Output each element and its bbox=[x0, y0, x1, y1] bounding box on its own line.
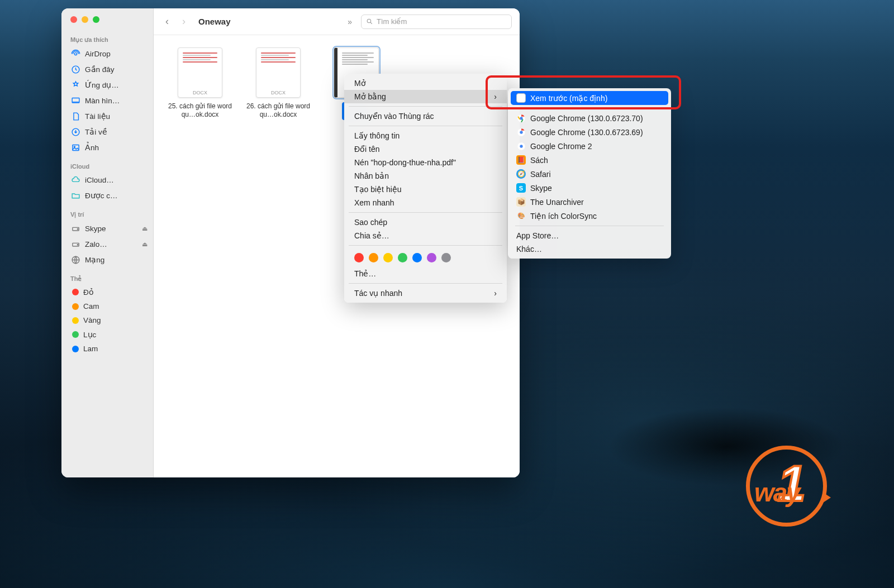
search-placeholder: Tìm kiếm bbox=[377, 17, 407, 26]
submenu-skype[interactable]: SSkype bbox=[511, 181, 668, 195]
cloud-icon bbox=[70, 175, 80, 185]
sidebar-item-shared[interactable]: Được c… bbox=[61, 188, 153, 203]
ctx-open-with[interactable]: Mở bằng› bbox=[344, 90, 507, 103]
separator bbox=[515, 226, 664, 226]
sidebar-item-network[interactable]: Mạng bbox=[61, 252, 153, 267]
sidebar-item-recents[interactable]: Gần đây bbox=[61, 61, 153, 77]
toolbar-overflow-icon[interactable]: » bbox=[348, 17, 352, 26]
ctx-make-alias[interactable]: Tạo biệt hiệu bbox=[344, 183, 507, 196]
ctx-share[interactable]: Chia sẻ… bbox=[344, 229, 507, 242]
tag-dot-icon bbox=[72, 346, 79, 352]
sidebar-item-label: AirDrop bbox=[85, 50, 111, 58]
apps-icon bbox=[70, 80, 80, 90]
ctx-compress[interactable]: Nén "hop-dong-thue-nha.pdf" bbox=[344, 156, 507, 169]
eject-icon[interactable]: ⏏ bbox=[142, 225, 148, 232]
sidebar-item-documents[interactable]: Tài liệu bbox=[61, 108, 153, 124]
sidebar-tag-blue[interactable]: Lam bbox=[61, 342, 153, 356]
submenu-app-store[interactable]: App Store… bbox=[511, 229, 668, 242]
sidebar-tag-yellow[interactable]: Vàng bbox=[61, 313, 153, 327]
open-with-submenu: 🖼Xem trước (mặc định) Google Chrome (130… bbox=[508, 88, 671, 259]
submenu-preview-default[interactable]: 🖼Xem trước (mặc định) bbox=[511, 91, 668, 105]
eject-icon[interactable]: ⏏ bbox=[142, 241, 148, 248]
sidebar-item-applications[interactable]: Ứng dụ… bbox=[61, 77, 153, 93]
file-label: 26. cách gửi file word qu…ok.docx bbox=[244, 102, 313, 119]
tag-dot-icon bbox=[72, 289, 79, 295]
minimize-button[interactable] bbox=[82, 16, 88, 23]
tag-yellow[interactable] bbox=[383, 253, 393, 262]
ctx-duplicate[interactable]: Nhân bản bbox=[344, 169, 507, 183]
locations-heading: Vị trí bbox=[61, 203, 153, 221]
sidebar-item-downloads[interactable]: Tải về bbox=[61, 124, 153, 140]
archive-icon: 📦 bbox=[516, 197, 526, 207]
chevron-right-icon: › bbox=[494, 92, 497, 101]
context-menu: Mở Mở bằng› Chuyển vào Thùng rác Lấy thô… bbox=[344, 74, 507, 303]
svg-point-15 bbox=[520, 131, 522, 133]
sidebar-item-label: Zalo… bbox=[85, 240, 107, 248]
sidebar-item-label: Đỏ bbox=[83, 288, 94, 297]
ctx-quick-look[interactable]: Xem nhanh bbox=[344, 196, 507, 209]
ctx-trash[interactable]: Chuyển vào Thùng rác bbox=[344, 109, 507, 123]
colorsync-icon: 🎨 bbox=[516, 211, 526, 221]
tag-blue[interactable] bbox=[412, 253, 422, 262]
ctx-copy[interactable]: Sao chép bbox=[344, 216, 507, 229]
sidebar-item-label: Skype bbox=[85, 224, 106, 233]
tag-dot-icon bbox=[72, 303, 79, 310]
separator bbox=[349, 245, 502, 246]
ctx-open[interactable]: Mở bbox=[344, 77, 507, 90]
tag-gray[interactable] bbox=[441, 253, 451, 262]
watermark-logo: 1 way bbox=[743, 454, 830, 518]
forward-button[interactable]: › bbox=[178, 15, 189, 28]
file-item[interactable]: 26. cách gửi file word qu…ok.docx bbox=[242, 47, 315, 119]
back-button[interactable]: ‹ bbox=[161, 15, 173, 28]
search-input[interactable]: Tìm kiếm bbox=[361, 15, 512, 29]
sidebar-item-label: Lam bbox=[83, 345, 98, 353]
separator bbox=[349, 126, 502, 126]
tag-green[interactable] bbox=[398, 253, 407, 262]
tag-purple[interactable] bbox=[427, 253, 436, 262]
sidebar-tag-red[interactable]: Đỏ bbox=[61, 285, 153, 299]
airdrop-icon bbox=[70, 49, 80, 59]
favorites-heading: Mục ưa thích bbox=[61, 28, 153, 46]
sidebar-item-label: iCloud… bbox=[85, 176, 114, 184]
submenu-unarchiver[interactable]: 📦The Unarchiver bbox=[511, 195, 668, 209]
submenu-colorsync[interactable]: 🎨Tiện ích ColorSync bbox=[511, 209, 668, 223]
svg-point-11 bbox=[367, 19, 371, 23]
sidebar-item-label: Cam bbox=[83, 302, 99, 310]
search-icon bbox=[366, 18, 373, 25]
tag-orange[interactable] bbox=[369, 253, 378, 262]
submenu-chrome-3[interactable]: Google Chrome 2 bbox=[511, 139, 668, 153]
submenu-safari[interactable]: 🧭Safari bbox=[511, 167, 668, 181]
ctx-quick-actions[interactable]: Tác vụ nhanh› bbox=[344, 286, 507, 300]
sidebar-tag-green[interactable]: Lục bbox=[61, 327, 153, 342]
ctx-get-info[interactable]: Lấy thông tin bbox=[344, 129, 507, 142]
submenu-other[interactable]: Khác… bbox=[511, 242, 668, 256]
file-item[interactable]: 25. cách gửi file word qu…ok.docx bbox=[164, 47, 236, 119]
ctx-tags[interactable]: Thẻ… bbox=[344, 267, 507, 280]
sidebar-item-icloud-drive[interactable]: iCloud… bbox=[61, 172, 153, 188]
separator bbox=[349, 283, 502, 284]
sidebar-item-pictures[interactable]: Ảnh bbox=[61, 140, 153, 155]
sidebar-item-airdrop[interactable]: AirDrop bbox=[61, 46, 153, 61]
tags-heading: Thẻ bbox=[61, 267, 153, 285]
ctx-rename[interactable]: Đổi tên bbox=[344, 142, 507, 156]
sidebar-item-zalo-disk[interactable]: Zalo…⏏ bbox=[61, 236, 153, 252]
file-label: 25. cách gửi file word qu…ok.docx bbox=[165, 102, 235, 119]
close-button[interactable] bbox=[70, 16, 77, 23]
safari-icon: 🧭 bbox=[516, 169, 526, 179]
globe-icon bbox=[70, 255, 80, 265]
sidebar-tag-orange[interactable]: Cam bbox=[61, 299, 153, 313]
submenu-books[interactable]: 📕Sách bbox=[511, 153, 668, 167]
maximize-button[interactable] bbox=[93, 16, 99, 23]
desktop-icon bbox=[70, 95, 80, 106]
folder-icon bbox=[70, 190, 80, 200]
svg-point-9 bbox=[77, 244, 78, 245]
sidebar-item-label: Được c… bbox=[85, 191, 118, 200]
submenu-chrome-2[interactable]: Google Chrome (130.0.6723.69) bbox=[511, 125, 668, 139]
sidebar-item-label: Gần đây bbox=[85, 65, 115, 74]
sidebar-item-desktop[interactable]: Màn hìn… bbox=[61, 93, 153, 108]
tag-red[interactable] bbox=[354, 253, 364, 262]
svg-point-17 bbox=[520, 145, 522, 147]
submenu-chrome-1[interactable]: Google Chrome (130.0.6723.70) bbox=[511, 111, 668, 125]
sidebar-item-skype-disk[interactable]: Skype⏏ bbox=[61, 221, 153, 236]
svg-point-7 bbox=[77, 228, 78, 229]
